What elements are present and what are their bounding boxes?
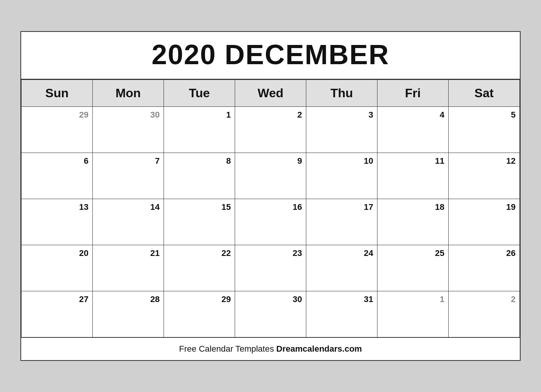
calendar-day-cell: 25	[377, 245, 449, 291]
weekday-header-thu: Thu	[306, 80, 377, 107]
calendar-day-cell: 18	[377, 199, 449, 245]
calendar-week-row: 20212223242526	[22, 245, 520, 291]
calendar-day-cell: 20	[22, 245, 93, 291]
calendar-day-cell: 2	[235, 107, 306, 153]
calendar-container: 2020 DECEMBER SunMonTueWedThuFriSat 2930…	[20, 31, 521, 361]
calendar-footer: Free Calendar Templates Dreamcalendars.c…	[21, 337, 520, 360]
calendar-grid: SunMonTueWedThuFriSat 293012345678910111…	[21, 80, 520, 337]
calendar-day-cell: 23	[235, 245, 306, 291]
calendar-day-cell: 19	[449, 199, 520, 245]
weekday-header-sat: Sat	[449, 80, 520, 107]
calendar-day-cell: 3	[306, 107, 377, 153]
calendar-day-cell: 11	[377, 153, 449, 199]
calendar-day-cell: 1	[377, 291, 449, 337]
calendar-day-cell: 30	[235, 291, 306, 337]
weekday-header-wed: Wed	[235, 80, 306, 107]
calendar-day-cell: 21	[93, 245, 164, 291]
weekday-header-tue: Tue	[164, 80, 235, 107]
calendar-day-cell: 15	[164, 199, 235, 245]
calendar-day-cell: 9	[235, 153, 306, 199]
calendar-day-cell: 22	[164, 245, 235, 291]
calendar-day-cell: 26	[449, 245, 520, 291]
calendar-day-cell: 24	[306, 245, 377, 291]
calendar-day-cell: 7	[93, 153, 164, 199]
calendar-title: 2020 DECEMBER	[21, 32, 520, 80]
weekday-header-fri: Fri	[377, 80, 449, 107]
calendar-day-cell: 6	[22, 153, 93, 199]
calendar-day-cell: 16	[235, 199, 306, 245]
calendar-day-cell: 4	[377, 107, 449, 153]
calendar-day-cell: 8	[164, 153, 235, 199]
calendar-week-row: 13141516171819	[22, 199, 520, 245]
calendar-day-cell: 29	[164, 291, 235, 337]
weekday-header-row: SunMonTueWedThuFriSat	[22, 80, 520, 107]
calendar-day-cell: 30	[93, 107, 164, 153]
calendar-day-cell: 13	[22, 199, 93, 245]
calendar-week-row: 272829303112	[22, 291, 520, 337]
calendar-day-cell: 31	[306, 291, 377, 337]
calendar-day-cell: 12	[449, 153, 520, 199]
footer-text: Free Calendar Templates	[179, 344, 276, 354]
calendar-day-cell: 10	[306, 153, 377, 199]
calendar-day-cell: 17	[306, 199, 377, 245]
footer-bold: Dreamcalendars.com	[276, 344, 362, 354]
calendar-day-cell: 29	[22, 107, 93, 153]
weekday-header-sun: Sun	[22, 80, 93, 107]
calendar-day-cell: 14	[93, 199, 164, 245]
calendar-day-cell: 28	[93, 291, 164, 337]
calendar-week-row: 6789101112	[22, 153, 520, 199]
calendar-day-cell: 2	[449, 291, 520, 337]
calendar-day-cell: 1	[164, 107, 235, 153]
weekday-header-mon: Mon	[93, 80, 164, 107]
calendar-day-cell: 27	[22, 291, 93, 337]
calendar-day-cell: 5	[449, 107, 520, 153]
calendar-week-row: 293012345	[22, 107, 520, 153]
